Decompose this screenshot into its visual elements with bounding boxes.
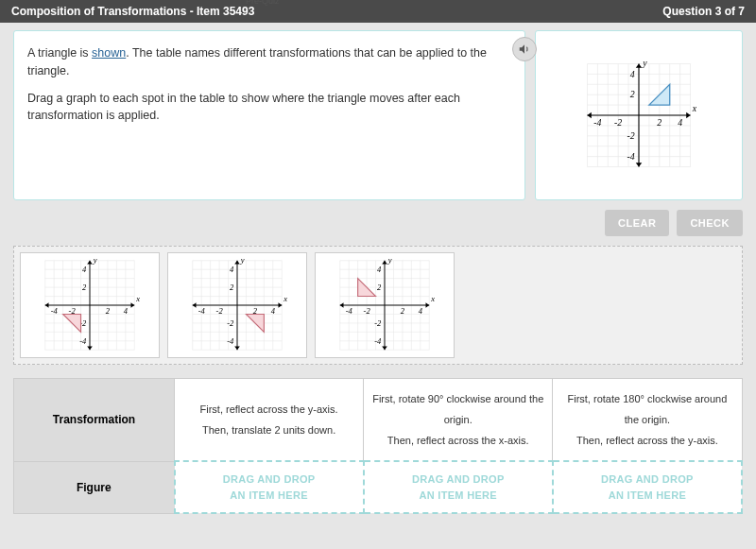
title-bar: Composition of Transformations - Item 35… [0, 0, 756, 23]
answer-table: Transformation First, reflect across the… [13, 378, 743, 514]
svg-text:4: 4 [271, 306, 276, 316]
svg-text:4: 4 [419, 306, 423, 316]
drop3-line1: DRAG AND DROP [559, 472, 735, 488]
drag-option-1[interactable]: -4-224-4-224xy [20, 252, 160, 358]
page-title: Composition of Transformations - Item 35… [11, 5, 254, 18]
svg-text:y: y [93, 256, 97, 265]
svg-marker-63 [130, 302, 134, 308]
drop-zone-1[interactable]: DRAG AND DROP AN ITEM HERE [175, 461, 364, 513]
svg-text:-4: -4 [79, 336, 87, 346]
drop-zone-3[interactable]: DRAG AND DROP AN ITEM HERE [553, 461, 742, 513]
svg-text:-4: -4 [346, 306, 353, 316]
trans1-line2: Then, translate 2 units down. [180, 420, 357, 440]
transformation-cell-1: First, reflect across the y-axis. Then, … [175, 379, 364, 462]
drag-option-3[interactable]: -4-224-4-224xy [315, 252, 455, 358]
prompt-paragraph-1: A triangle is shown. The table names dif… [27, 44, 511, 80]
svg-text:-4: -4 [374, 336, 382, 346]
svg-text:-4: -4 [198, 306, 206, 316]
svg-marker-64 [45, 302, 49, 308]
svg-marker-141 [425, 302, 429, 308]
audio-button[interactable] [512, 37, 537, 61]
check-button[interactable]: CHECK [677, 210, 743, 236]
prompt-text-a: A triangle is [27, 46, 92, 60]
svg-text:4: 4 [678, 117, 682, 128]
drag-pool: -4-224-4-224xy -4-224-4-224xy -4-224-4-2… [13, 246, 743, 365]
trans3-line1: First, rotate 180° clockwise around the … [558, 388, 735, 430]
svg-text:-4: -4 [593, 117, 601, 128]
svg-marker-66 [87, 346, 93, 350]
svg-text:x: x [430, 294, 435, 303]
row-label-transformation: Transformation [14, 379, 175, 462]
drop2-line2: AN ITEM HERE [370, 488, 546, 504]
drop3-line2: AN ITEM HERE [559, 488, 735, 504]
transformation-cell-3: First, rotate 180° clockwise around the … [553, 379, 742, 462]
svg-text:x: x [692, 103, 697, 113]
svg-text:x: x [283, 294, 287, 303]
option-graph-2: -4-224-4-224xy [171, 256, 303, 354]
pre-quiz-label: Pre-Quiz [246, 0, 280, 6]
transformation-cell-2: First, rotate 90° clockwise around the o… [364, 379, 553, 462]
svg-marker-24 [686, 112, 690, 119]
svg-text:-4: -4 [227, 336, 234, 346]
trans2-line1: First, rotate 90° clockwise around the o… [369, 388, 546, 430]
svg-text:2: 2 [401, 306, 405, 316]
drop1-line1: DRAG AND DROP [181, 472, 357, 488]
trans1-line1: First, reflect across the y-axis. [180, 399, 357, 420]
svg-marker-142 [340, 302, 344, 308]
button-row: CLEAR CHECK [0, 200, 756, 246]
shown-link[interactable]: shown [92, 46, 126, 60]
svg-text:-4: -4 [51, 306, 59, 316]
drop2-line1: DRAG AND DROP [370, 472, 546, 488]
svg-text:-2: -2 [374, 318, 382, 328]
question-counter: Question 3 of 7 [662, 5, 745, 18]
drop1-line2: AN ITEM HERE [181, 488, 357, 504]
svg-text:-2: -2 [227, 318, 234, 328]
clear-button[interactable]: CLEAR [605, 210, 669, 236]
svg-marker-102 [278, 302, 282, 308]
prompt-paragraph-2: Drag a graph to each spot in the table t… [27, 90, 511, 126]
svg-text:-4: -4 [627, 151, 634, 162]
svg-marker-104 [234, 261, 240, 265]
svg-text:y: y [642, 59, 647, 68]
svg-text:-2: -2 [627, 130, 634, 141]
svg-text:2: 2 [630, 89, 635, 99]
svg-text:-2: -2 [614, 117, 622, 128]
svg-text:4: 4 [124, 306, 129, 316]
svg-marker-27 [636, 163, 643, 166]
svg-text:2: 2 [657, 117, 662, 128]
svg-text:y: y [240, 256, 245, 265]
drop-zone-2[interactable]: DRAG AND DROP AN ITEM HERE [364, 461, 553, 513]
svg-text:x: x [135, 294, 140, 303]
svg-text:y: y [387, 256, 392, 265]
svg-marker-143 [382, 261, 387, 265]
svg-marker-103 [193, 302, 197, 308]
svg-marker-105 [234, 346, 240, 350]
svg-marker-25 [587, 112, 591, 119]
transformation-row: Transformation First, reflect across the… [14, 379, 743, 462]
option-graph-3: -4-224-4-224xy [318, 256, 451, 354]
reference-graph: -4-224-4-224xy [558, 59, 719, 172]
svg-text:2: 2 [106, 306, 111, 316]
option-graph-1: -4-224-4-224xy [24, 256, 156, 354]
reference-graph-card: -4-224-4-224xy [535, 30, 743, 200]
trans3-line2: Then, reflect across the y-axis. [558, 430, 735, 451]
drag-option-2[interactable]: -4-224-4-224xy [167, 252, 307, 358]
svg-marker-65 [87, 261, 93, 265]
svg-marker-26 [636, 63, 643, 67]
audio-icon [518, 43, 531, 56]
row-label-figure: Figure [14, 461, 175, 513]
svg-text:-2: -2 [216, 306, 224, 316]
svg-marker-144 [382, 346, 387, 350]
svg-text:4: 4 [630, 69, 635, 79]
prompt-card: A triangle is shown. The table names dif… [13, 30, 525, 200]
trans2-line2: Then, reflect across the x-axis. [369, 430, 546, 451]
figure-row: Figure DRAG AND DROP AN ITEM HERE DRAG A… [14, 461, 743, 513]
svg-text:-2: -2 [364, 306, 371, 316]
